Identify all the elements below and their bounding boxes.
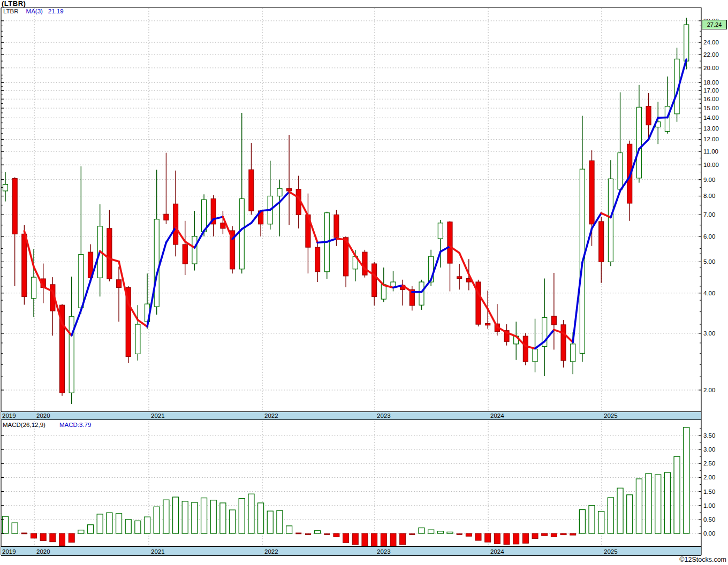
macd-params-label: MACD(26,12,9) [3,422,46,428]
svg-text:2.50: 2.50 [703,460,715,467]
copyright-watermark: ©12Stocks.com [679,556,726,563]
svg-text:2025: 2025 [604,548,618,555]
current-price-badge: 27.24 [702,20,727,29]
price-macd-chart: 2019201920202020202120212022202220232023… [0,0,728,565]
svg-text:2024: 2024 [490,548,504,555]
svg-text:6.00: 6.00 [703,233,715,240]
svg-text:2020: 2020 [36,413,50,419]
page-title: (LTBR) [2,0,26,7]
svg-text:2020: 2020 [36,548,50,555]
svg-text:2.00: 2.00 [703,387,715,393]
svg-text:2019: 2019 [2,548,16,555]
stock-chart-page: 2019201920202020202120212022202220232023… [0,0,728,565]
svg-text:2019: 2019 [2,413,16,419]
svg-text:0.00: 0.00 [703,530,715,537]
macd-value-label: MACD:3.79 [59,422,91,428]
svg-text:10.00: 10.00 [703,162,719,168]
svg-text:17.00: 17.00 [703,87,719,94]
svg-text:8.00: 8.00 [703,193,715,199]
svg-text:9.00: 9.00 [703,177,715,183]
svg-text:2023: 2023 [377,548,391,555]
svg-text:2024: 2024 [490,413,504,419]
svg-text:1.00: 1.00 [703,502,715,509]
svg-text:2022: 2022 [264,548,278,555]
svg-text:14.00: 14.00 [703,114,719,121]
svg-text:5.00: 5.00 [703,258,715,265]
legend-symbol: LTBR [3,8,19,14]
svg-text:18.00: 18.00 [703,79,719,86]
svg-text:2025: 2025 [604,413,618,419]
price-legend: LTBRMA(3)21.19 [3,8,64,14]
svg-text:24.00: 24.00 [703,39,719,45]
svg-text:2021: 2021 [151,413,165,419]
svg-text:12.00: 12.00 [703,136,719,142]
svg-text:2022: 2022 [264,413,278,419]
svg-text:20.00: 20.00 [703,65,719,71]
svg-text:11.00: 11.00 [703,148,718,155]
svg-text:2.00: 2.00 [703,474,715,480]
svg-text:3.00: 3.00 [703,446,715,453]
svg-text:2021: 2021 [151,548,165,555]
svg-text:3.00: 3.00 [703,330,715,337]
legend-ma-value: 21.19 [48,8,64,14]
svg-text:7.00: 7.00 [703,211,715,218]
svg-text:13.00: 13.00 [703,125,719,132]
svg-text:0.50: 0.50 [703,516,715,523]
svg-text:15.00: 15.00 [703,105,719,111]
svg-text:4.00: 4.00 [703,290,715,296]
svg-text:1.50: 1.50 [703,488,715,495]
svg-text:3.50: 3.50 [703,432,715,439]
svg-text:16.00: 16.00 [703,96,719,102]
svg-text:2023: 2023 [377,413,391,419]
legend-ma-label: MA(3) [26,8,43,14]
macd-legend: MACD(26,12,9)MACD:3.79 [3,422,91,428]
svg-text:22.00: 22.00 [703,51,719,58]
